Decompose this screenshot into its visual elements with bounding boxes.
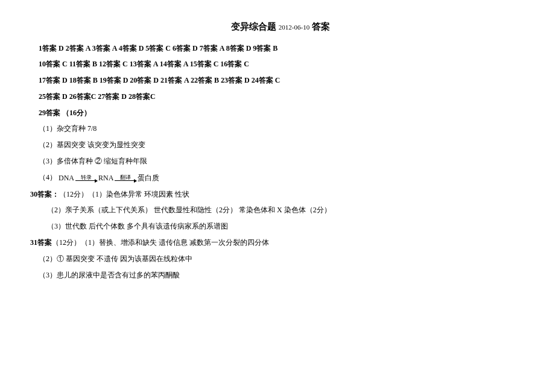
arrow-label-2: 翻译 [120,175,131,180]
flow-dna: DNA [59,171,74,185]
answers-row-3: 17答案 D 18答案 B 19答案 D 20答案 D 21答案 A 22答案 … [30,74,531,87]
q31-part2: （2）① 基因突变 不遗传 因为该基因在线粒体中 [30,252,531,266]
arrow-transcription: 转录 [75,175,97,181]
flow-diagram: DNA 转录 RNA 翻译 蛋白质 [59,171,159,185]
q29-p4-prefix: （4） [39,173,57,182]
answers-row-4: 25答案 D 26答案C 27答案 D 28答案C [30,90,531,104]
answers-row-2: 10答案 C 11答案 B 12答案 C 13答案 A 14答案 A 15答案 … [30,57,531,71]
q29-part2: （2）基因突变 该突变为显性突变 [30,138,531,152]
title-suffix: 答案 [312,22,330,31]
q31-head-rest: （12分）（1）替换、增添和缺失 遗传信息 减数第一次分裂的四分体 [52,238,269,247]
q29-part3: （3）多倍体育种 ② 缩短育种年限 [30,154,531,168]
q29-part1: （1）杂交育种 7/8 [30,122,531,136]
q30-line1: 30答案：（12分）（1）染色体异常 环境因素 性状 [30,188,531,201]
q31-part3: （3）患儿的尿液中是否含有过多的苯丙酮酸 [30,268,531,282]
q29-part4: （4） DNA 转录 RNA 翻译 蛋白质 [30,171,531,185]
q31-line1: 31答案（12分）（1）替换、增添和缺失 遗传信息 减数第一次分裂的四分体 [30,236,531,250]
flow-protein: 蛋白质 [138,171,159,185]
title-main: 变异综合题 [231,22,276,31]
arrow-line-2 [115,180,136,181]
flow-rna: RNA [98,171,113,185]
q29-head: 29答案 （16分） [30,106,531,120]
arrow-line-1 [75,180,97,181]
page-title: 变异综合题 2012-06-10 答案 [30,18,531,36]
q30-head-rest: （12分）（1）染色体异常 环境因素 性状 [59,190,189,198]
arrow-label-1: 转录 [81,175,92,180]
answers-row-1: 1答案 D 2答案 A 3答案 A 4答案 D 5答案 C 6答案 D 7答案 … [30,42,531,55]
q30-part2: （2）亲子关系（或上下代关系） 世代数显性和隐性（2分） 常染色体和 X 染色体… [30,203,531,217]
q30-head: 30答案： [30,190,59,198]
q30-part3: （3）世代数 后代个体数 多个具有该遗传病家系的系谱图 [30,220,531,233]
title-date: 2012-06-10 [279,24,309,31]
q31-head: 31答案 [30,238,52,247]
arrow-translation: 翻译 [115,175,136,181]
